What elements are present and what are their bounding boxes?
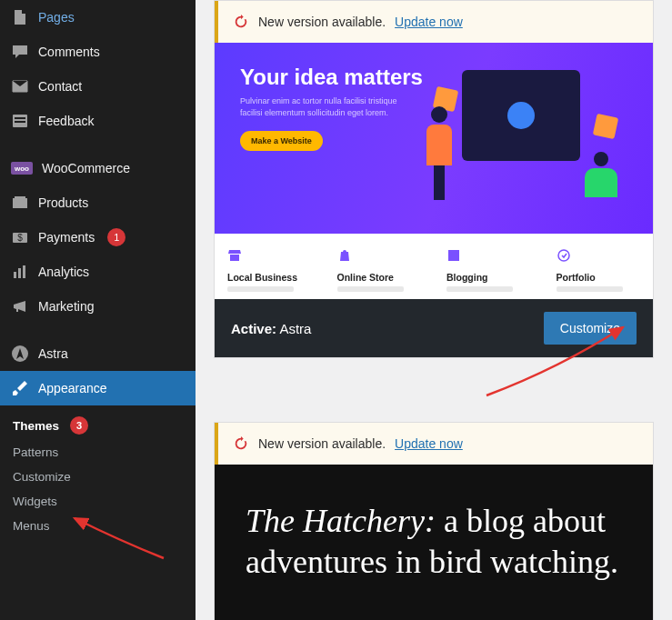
sidebar-item-pages[interactable]: Pages <box>0 0 196 35</box>
store-icon <box>227 248 242 263</box>
sidebar-item-analytics[interactable]: Analytics <box>0 255 196 289</box>
theme-active-bar: Active: Astra Customize <box>215 299 653 357</box>
sidebar-item-feedback[interactable]: Feedback <box>0 104 196 138</box>
astra-icon <box>11 345 29 363</box>
submenu-item-customize[interactable]: Customize <box>0 465 196 489</box>
update-notice: New version available. Update now <box>215 423 653 465</box>
sidebar-item-label: Contact <box>38 79 82 94</box>
svg-rect-8 <box>18 268 21 278</box>
sidebar-item-label: Appearance <box>38 381 107 395</box>
submenu-item-widgets[interactable]: Widgets <box>0 489 196 514</box>
themes-panel: New version available. Update now Your i… <box>196 0 672 620</box>
woo-icon: woo <box>11 162 33 175</box>
theme-features-row: Local Business Online Store Blogging Por… <box>215 234 653 299</box>
submenu-label: Themes <box>13 419 59 433</box>
sidebar-item-label: Payments <box>38 230 95 245</box>
sidebar-item-label: Feedback <box>38 114 94 128</box>
svg-rect-7 <box>14 272 16 278</box>
sidebar-item-label: Products <box>38 195 88 210</box>
sidebar-item-label: Marketing <box>38 299 94 314</box>
svg-rect-1 <box>15 117 25 119</box>
submenu-item-themes[interactable]: Themes 3 <box>0 411 196 440</box>
refresh-icon <box>233 435 249 452</box>
hero-illustration <box>398 61 635 215</box>
hero-subtitle: Pulvinar enim ac tortor nulla facilisi t… <box>240 95 404 118</box>
admin-sidebar: Pages Comments Contact Feedback woo WooC… <box>0 0 196 620</box>
update-text: New version available. <box>258 436 386 451</box>
theme-preview-hero: Your idea matters Pulvinar enim ac torto… <box>215 43 653 234</box>
sidebar-item-label: Pages <box>38 10 75 25</box>
feedback-icon <box>11 112 29 130</box>
preview-serif-title: The Hatchery: a blog about adventures in… <box>246 501 622 583</box>
update-badge: 1 <box>107 228 125 246</box>
feature-portfolio: Portfolio <box>544 234 654 299</box>
portfolio-icon <box>557 248 571 263</box>
envelope-icon <box>11 77 29 95</box>
sidebar-item-label: Astra <box>38 346 68 361</box>
update-now-link[interactable]: Update now <box>395 436 463 451</box>
svg-point-11 <box>558 250 569 261</box>
svg-rect-3 <box>13 198 27 208</box>
theme-card-astra[interactable]: New version available. Update now Your i… <box>214 0 654 358</box>
payments-icon: $ <box>11 228 29 246</box>
edit-icon <box>446 248 461 263</box>
megaphone-icon <box>11 297 29 315</box>
hero-cta-button: Make a Website <box>240 131 323 151</box>
sidebar-item-marketing[interactable]: Marketing <box>0 289 196 324</box>
appearance-submenu: Themes 3 Patterns Customize Widgets Menu… <box>0 405 196 547</box>
sidebar-item-products[interactable]: Products <box>0 185 196 220</box>
svg-text:$: $ <box>17 233 23 243</box>
sidebar-item-woocommerce[interactable]: woo WooCommerce <box>0 151 196 185</box>
theme-preview-dark: The Hatchery: a blog about adventures in… <box>215 465 653 620</box>
svg-rect-4 <box>15 196 25 199</box>
refresh-icon <box>233 14 249 30</box>
sidebar-item-payments[interactable]: $ Payments 1 <box>0 220 196 255</box>
sidebar-item-label: Comments <box>38 45 100 59</box>
update-text: New version available. <box>258 15 386 29</box>
feature-local-business: Local Business <box>215 234 325 299</box>
pages-icon <box>11 8 29 26</box>
sidebar-item-comments[interactable]: Comments <box>0 35 196 69</box>
submenu-item-menus[interactable]: Menus <box>0 514 196 538</box>
update-now-link[interactable]: Update now <box>395 15 463 29</box>
bag-icon <box>337 248 352 263</box>
svg-rect-9 <box>23 265 25 278</box>
comments-icon <box>11 43 29 61</box>
sidebar-item-appearance[interactable]: Appearance <box>0 371 196 405</box>
brush-icon <box>11 379 29 397</box>
theme-card-hatchery[interactable]: New version available. Update now The Ha… <box>214 422 654 620</box>
analytics-icon <box>11 263 29 281</box>
feature-online-store: Online Store <box>325 234 435 299</box>
submenu-item-patterns[interactable]: Patterns <box>0 440 196 465</box>
sidebar-item-label: Analytics <box>38 265 89 279</box>
sidebar-item-contact[interactable]: Contact <box>0 69 196 104</box>
active-theme-label: Active: Astra <box>231 321 311 336</box>
update-notice: New version available. Update now <box>215 1 653 43</box>
sidebar-item-astra[interactable]: Astra <box>0 336 196 371</box>
products-icon <box>11 194 29 212</box>
feature-blogging: Blogging <box>434 234 544 299</box>
update-badge: 3 <box>70 416 88 435</box>
customize-button[interactable]: Customize <box>544 312 637 345</box>
sidebar-item-label: WooCommerce <box>42 161 130 175</box>
svg-rect-2 <box>15 121 25 123</box>
